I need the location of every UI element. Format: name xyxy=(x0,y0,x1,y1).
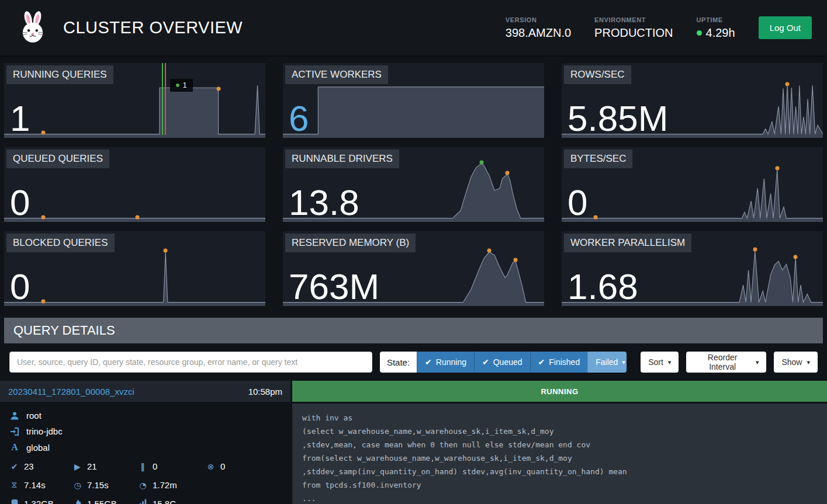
metric-value: 6 xyxy=(289,100,309,137)
metric-value: 1 xyxy=(10,100,30,137)
metric-card-queued-queries: QUEUED QUERIES 0 xyxy=(4,147,265,222)
query-id-link[interactable]: 20230411_172801_00008_xvzci xyxy=(8,387,134,397)
query-search-input[interactable] xyxy=(9,352,372,373)
section-title: QUERY DETAILS xyxy=(13,323,115,338)
environment-label: ENVIRONMENT xyxy=(594,16,673,23)
reorder-interval-button[interactable]: Reorder Interval ▾ xyxy=(686,352,766,373)
stat-peak-memory: 1.55GB xyxy=(72,499,138,504)
blocked-icon: ⊗ xyxy=(206,462,216,471)
trino-logo xyxy=(15,11,50,46)
stat-value: 1.32GB xyxy=(24,499,54,504)
metric-card-blocked-queries: BLOCKED QUERIES 0 xyxy=(4,231,265,306)
show-button[interactable]: Show ▾ xyxy=(774,352,818,373)
check-icon: ✔ xyxy=(9,462,19,471)
metric-card-reserved-memory: RESERVED MEMORY (B) 763M xyxy=(283,231,544,306)
check-icon: ✔ xyxy=(425,357,432,367)
query-details-section: QUERY DETAILS State: ✔ Running ✔ Queued … xyxy=(0,318,827,504)
metric-label: RUNNING QUERIES xyxy=(6,65,113,84)
page-title: CLUSTER OVERVIEW xyxy=(63,18,243,37)
query-resource-group: global xyxy=(26,443,50,453)
metric-label: RESERVED MEMORY (B) xyxy=(285,234,416,252)
uptime-status-dot xyxy=(697,30,702,36)
stat-value: 1.55GB xyxy=(87,499,117,504)
metric-value: 763M xyxy=(289,268,379,305)
metric-card-runnable-drivers: RUNNABLE DRIVERS 13.8 xyxy=(283,147,544,222)
metric-card-rows-sec: ROWS/SEC 5.85M xyxy=(562,63,823,138)
logout-button[interactable]: Log Out xyxy=(759,16,812,39)
bar-chart-icon xyxy=(138,499,148,504)
query-list-item: 20230411_172801_00008_xvzci 10:58pm root xyxy=(0,381,827,504)
stat-value: 21 xyxy=(87,461,97,471)
metric-card-active-workers: ACTIVE WORKERS 6 xyxy=(283,63,544,138)
state-filter-failed-label: Failed xyxy=(596,357,618,367)
metric-value: 0 xyxy=(10,184,30,221)
metric-label: BLOCKED QUERIES xyxy=(6,234,115,252)
state-filter-queued-label: Queued xyxy=(493,357,523,367)
version-value: 398.AMZN.0 xyxy=(506,26,571,40)
metric-card-worker-parallelism: WORKER PARALLELISM 1.68 xyxy=(562,231,823,306)
user-icon xyxy=(9,411,20,420)
metric-label: RUNNABLE DRIVERS xyxy=(285,150,399,168)
metric-label: BYTES/SEC xyxy=(564,150,632,168)
metrics-grid: 1 RUNNING QUERIES 1 ACTIVE WORKERS 6 ROW… xyxy=(0,57,827,306)
stat-value: 0 xyxy=(153,461,157,471)
stat-value: 7.15s xyxy=(87,480,109,490)
database-icon xyxy=(9,499,19,504)
sort-button[interactable]: Sort ▾ xyxy=(641,352,679,373)
state-filter-failed-dropdown[interactable]: Failed ▾ xyxy=(587,352,627,373)
stat-completed-splits: ✔ 23 xyxy=(9,461,72,471)
stat-cpu-time: ◔ 1.72m xyxy=(138,480,206,490)
uptime-info: UPTIME 4.29h xyxy=(697,16,735,40)
metric-label: QUEUED QUERIES xyxy=(6,150,109,168)
flame-icon xyxy=(72,499,82,504)
pause-icon: ‖ xyxy=(138,462,148,471)
stat-value: 0 xyxy=(220,461,225,471)
state-filter-running-label: Running xyxy=(436,357,466,367)
resource-group-icon: A xyxy=(9,442,20,453)
reorder-interval-button-label: Reorder Interval xyxy=(694,353,751,371)
state-filter-finished[interactable]: ✔ Finished xyxy=(530,352,588,373)
metric-label: WORKER PARALLELISM xyxy=(564,234,691,252)
stat-running-splits: ▶ 21 xyxy=(72,461,138,471)
state-filter-running[interactable]: ✔ Running xyxy=(417,352,474,373)
caret-down-icon: ▾ xyxy=(622,359,625,366)
stopwatch-icon: ◔ xyxy=(138,481,148,490)
metric-label: ACTIVE WORKERS xyxy=(285,65,388,84)
state-filter-queued[interactable]: ✔ Queued xyxy=(474,352,530,373)
state-filter-finished-label: Finished xyxy=(549,357,580,367)
stat-value: 1.72m xyxy=(153,480,177,490)
stat-queued-time: ⧖ 7.14s xyxy=(9,480,72,490)
caret-down-icon: ▾ xyxy=(756,359,759,366)
header: CLUSTER OVERVIEW VERSION 398.AMZN.0 ENVI… xyxy=(0,0,827,57)
query-status-bar: RUNNING xyxy=(292,381,827,402)
show-button-label: Show xyxy=(781,357,802,367)
hourglass-icon: ⧖ xyxy=(9,480,19,490)
environment-info: ENVIRONMENT PRODUCTION xyxy=(594,16,673,40)
stat-value: 23 xyxy=(24,461,34,471)
state-filter-label: State: xyxy=(380,352,417,373)
query-user: root xyxy=(26,411,41,420)
environment-value: PRODUCTION xyxy=(594,26,673,40)
metric-card-running-queries: 1 RUNNING QUERIES 1 xyxy=(4,63,265,138)
metric-value: 0 xyxy=(568,184,587,221)
query-toolbar: State: ✔ Running ✔ Queued ✔ Finished Fai… xyxy=(0,352,827,373)
query-source-row: trino-jdbc xyxy=(9,426,281,436)
play-icon: ▶ xyxy=(72,462,82,471)
version-label: VERSION xyxy=(506,16,571,23)
stat-elapsed-time: ◷ 7.15s xyxy=(72,480,138,490)
caret-down-icon: ▾ xyxy=(668,359,672,366)
query-details-header: QUERY DETAILS xyxy=(4,318,823,343)
sort-button-label: Sort xyxy=(648,357,663,367)
uptime-value: 4.29h xyxy=(706,26,735,40)
metric-value: 1.68 xyxy=(568,268,638,305)
query-time: 10:58pm xyxy=(248,387,282,397)
uptime-label: UPTIME xyxy=(697,16,735,23)
query-sql-text: with inv as (select w_warehouse_name,w_w… xyxy=(292,404,827,504)
query-source: trino-jdbc xyxy=(26,426,63,436)
caret-down-icon: ▾ xyxy=(807,359,810,366)
check-icon: ✔ xyxy=(538,357,545,367)
clock-icon: ◷ xyxy=(72,481,82,490)
query-info-panel: root trino-jdbc A global xyxy=(0,402,290,504)
stat-value: 7.14s xyxy=(24,480,46,490)
sign-in-icon xyxy=(9,427,20,436)
